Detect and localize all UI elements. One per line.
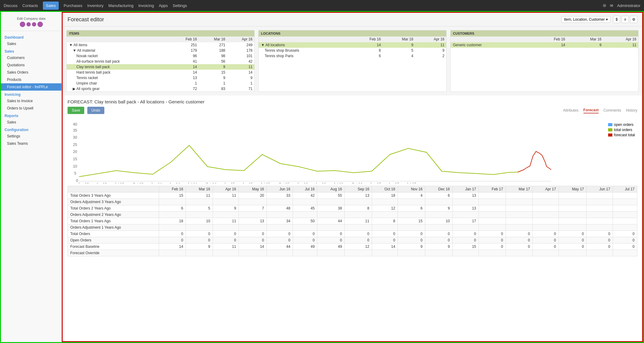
data-row-value[interactable]: 0: [587, 244, 613, 250]
data-row-value[interactable]: [479, 199, 506, 205]
filter-dropdown[interactable]: Item, Location, Customer ▾: [561, 16, 611, 23]
data-row-value[interactable]: 6: [425, 192, 452, 199]
data-row-value[interactable]: [506, 205, 533, 212]
data-row-value[interactable]: 9: [425, 244, 452, 250]
nav-user[interactable]: Administrator: [617, 3, 640, 8]
data-row-value[interactable]: [613, 218, 637, 224]
data-row-value[interactable]: 0: [479, 231, 506, 237]
data-row-value[interactable]: 9: [213, 205, 238, 212]
data-row-value[interactable]: [425, 212, 452, 218]
data-row-value[interactable]: 9: [425, 205, 452, 212]
data-row-value[interactable]: 0: [186, 237, 213, 244]
data-row-value[interactable]: 0: [372, 231, 398, 237]
data-row-value[interactable]: 15: [159, 192, 186, 199]
data-row-value[interactable]: [239, 250, 267, 256]
data-row-value[interactable]: 6: [398, 205, 425, 212]
data-row-value[interactable]: 0: [533, 244, 559, 250]
data-row-value[interactable]: 11: [345, 218, 372, 224]
data-row-value[interactable]: [317, 212, 345, 218]
data-row-value[interactable]: 8: [372, 218, 398, 224]
data-row-value[interactable]: [267, 212, 293, 218]
data-row-value[interactable]: 0: [267, 231, 293, 237]
data-row-value[interactable]: [293, 212, 317, 218]
table-row[interactable]: Tennis shop Paris642: [259, 53, 446, 59]
data-row-value[interactable]: [345, 212, 372, 218]
data-row-value[interactable]: [479, 250, 506, 256]
sidebar-item-customers[interactable]: Customers: [1, 54, 61, 61]
data-row-value[interactable]: 0: [533, 237, 559, 244]
data-row-value[interactable]: [293, 199, 317, 205]
data-row-value[interactable]: 0: [452, 237, 479, 244]
data-row-value[interactable]: [587, 218, 613, 224]
data-row-value[interactable]: [267, 250, 293, 256]
data-row-value[interactable]: 0: [293, 237, 317, 244]
data-row-value[interactable]: 12: [372, 205, 398, 212]
data-row-value[interactable]: 0: [452, 231, 479, 237]
data-row-value[interactable]: 18: [372, 192, 398, 199]
data-row-value[interactable]: 10: [186, 218, 213, 224]
tab-history[interactable]: History: [626, 108, 637, 113]
data-row-value[interactable]: 0: [425, 237, 452, 244]
data-row-value[interactable]: 14: [372, 244, 398, 250]
save-button[interactable]: Save: [68, 107, 84, 114]
data-row-value[interactable]: [425, 199, 452, 205]
data-row-value[interactable]: 5: [186, 205, 213, 212]
chart-icon-button[interactable]: ≡: [621, 16, 629, 23]
data-row-value[interactable]: 34: [267, 218, 293, 224]
data-row-value[interactable]: [159, 224, 186, 231]
data-row-value[interactable]: 0: [613, 231, 637, 237]
nav-messages[interactable]: ✉: [610, 3, 613, 8]
data-row-value[interactable]: [506, 224, 533, 231]
sidebar-item-sales-orders[interactable]: Sales Orders: [1, 69, 61, 76]
data-row-value[interactable]: [345, 199, 372, 205]
data-row-value[interactable]: 0: [506, 237, 533, 244]
data-row-value[interactable]: [317, 250, 345, 256]
data-row-value[interactable]: [345, 250, 372, 256]
undo-button[interactable]: Undo: [87, 107, 105, 114]
nav-invoicing[interactable]: Invoicing: [138, 3, 154, 8]
data-row-value[interactable]: 0: [267, 237, 293, 244]
data-row-value[interactable]: 0: [479, 244, 506, 250]
data-row-value[interactable]: [613, 224, 637, 231]
table-row[interactable]: Novak racket9698101: [67, 53, 254, 59]
data-row-value[interactable]: [613, 212, 637, 218]
data-row-value[interactable]: 11: [213, 244, 238, 250]
table-row[interactable]: Hard tennis ball pack141514: [67, 70, 254, 75]
tab-attributes[interactable]: Attributes: [563, 108, 579, 113]
nav-inventory[interactable]: Inventory: [87, 3, 103, 8]
data-row-value[interactable]: 6: [159, 205, 186, 212]
data-row-value[interactable]: [506, 192, 533, 199]
nav-purchases[interactable]: Purchases: [64, 3, 82, 8]
data-row-value[interactable]: 0: [506, 244, 533, 250]
data-row-value[interactable]: [239, 212, 267, 218]
sidebar-item-sales-dashboard[interactable]: Sales: [1, 40, 61, 47]
data-row-value[interactable]: 50: [293, 218, 317, 224]
sidebar-company[interactable]: Edit Company data: [1, 14, 61, 31]
data-row-value[interactable]: 45: [293, 205, 317, 212]
data-row-value[interactable]: 13: [452, 192, 479, 199]
nav-sales[interactable]: Sales: [43, 2, 59, 10]
data-row-value[interactable]: [213, 212, 238, 218]
data-row-value[interactable]: 0: [345, 231, 372, 237]
data-row-value[interactable]: 0: [559, 244, 587, 250]
tab-forecast[interactable]: Forecast: [583, 107, 599, 113]
data-row-value[interactable]: 0: [239, 231, 267, 237]
data-row-value[interactable]: [506, 212, 533, 218]
data-row-value[interactable]: 0: [613, 244, 637, 250]
data-row-value[interactable]: 42: [293, 192, 317, 199]
data-row-value[interactable]: [613, 199, 637, 205]
data-row-value[interactable]: [559, 250, 587, 256]
data-row-value[interactable]: [533, 199, 559, 205]
data-row-value[interactable]: 0: [506, 231, 533, 237]
data-row-value[interactable]: [186, 250, 213, 256]
table-row[interactable]: Tennis shop Brussels859: [259, 48, 446, 53]
data-row-value[interactable]: [398, 212, 425, 218]
data-row-value[interactable]: [613, 192, 637, 199]
data-row-value[interactable]: [317, 224, 345, 231]
table-row[interactable]: Umpire chair111: [67, 81, 254, 86]
dollar-icon-button[interactable]: $: [613, 16, 620, 23]
data-row-value[interactable]: [452, 224, 479, 231]
sidebar-item-config-settings[interactable]: Settings: [1, 133, 61, 140]
data-row-value[interactable]: [293, 224, 317, 231]
data-row-value[interactable]: [425, 224, 452, 231]
